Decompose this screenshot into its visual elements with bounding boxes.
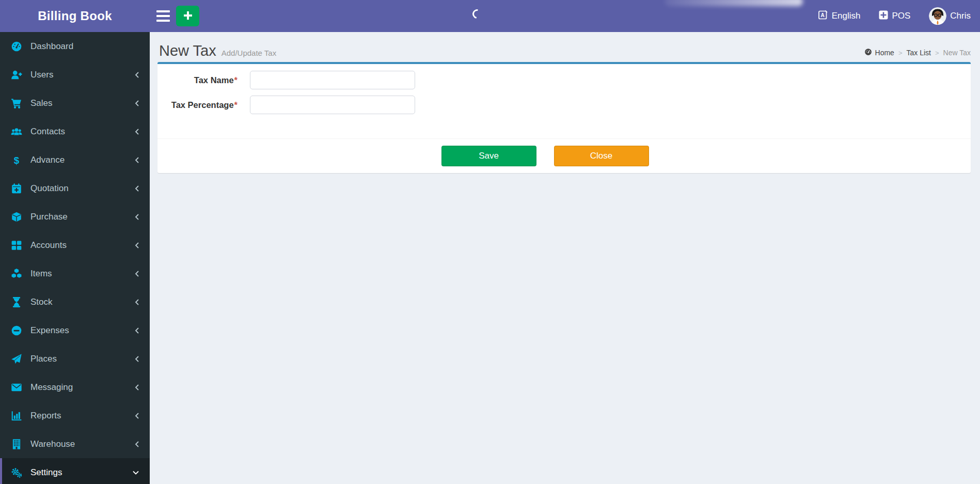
topbar-right: A English POS <box>818 0 971 32</box>
tax-percentage-row: Tax Percentage* <box>157 96 971 114</box>
chevron-left-icon <box>134 270 139 277</box>
sidebar-item-label: Expenses <box>30 325 69 336</box>
chevron-left-icon <box>134 384 139 391</box>
cube-icon <box>10 211 23 223</box>
chevron-left-icon <box>134 157 139 164</box>
chevron-left-icon <box>134 185 139 192</box>
cubes-icon <box>10 268 23 279</box>
chevron-left-icon <box>134 128 139 135</box>
app-logo[interactable]: Billing Book <box>0 0 150 32</box>
envelope-icon <box>10 382 23 393</box>
quick-add-button[interactable] <box>176 6 199 26</box>
tax-name-label-text: Tax Name <box>194 75 234 85</box>
sidebar-item-quotation[interactable]: Quotation <box>0 174 150 202</box>
chevron-left-icon <box>134 327 139 334</box>
page-header: New Tax Add/Update Tax <box>159 42 276 59</box>
tax-form: Tax Name* Tax Percentage* <box>157 64 971 114</box>
required-mark: * <box>234 75 238 85</box>
calendar-plus-icon <box>10 183 23 194</box>
required-mark: * <box>234 100 238 110</box>
plus-square-icon <box>879 10 888 22</box>
sidebar-item-label: Stock <box>30 297 53 307</box>
sidebar-item-contacts[interactable]: Contacts <box>0 117 150 146</box>
pos-label: POS <box>892 11 910 21</box>
sidebar-item-dashboard[interactable]: Dashboard <box>0 32 150 60</box>
breadcrumb-home-link[interactable]: Home <box>864 48 894 57</box>
chevron-left-icon <box>134 213 139 221</box>
page-title: New Tax <box>159 42 216 59</box>
chevron-down-icon <box>132 470 139 475</box>
paper-plane-icon <box>10 353 23 365</box>
chevron-left-icon <box>134 299 139 306</box>
sidebar-item-users[interactable]: Users <box>0 60 150 89</box>
sidebar-item-label: Messaging <box>30 382 73 393</box>
sidebar-item-items[interactable]: Items <box>0 259 150 288</box>
building-icon <box>10 439 23 450</box>
language-menu[interactable]: A English <box>818 10 861 23</box>
sidebar-item-label: Purchase <box>30 212 68 222</box>
breadcrumb-taxlist-link[interactable]: Tax List <box>907 49 931 57</box>
sidebar-item-label: Accounts <box>30 240 67 251</box>
sidebar-item-label: Advance <box>30 155 65 165</box>
tax-form-panel: Tax Name* Tax Percentage* Save Close <box>157 62 971 173</box>
sidebar-nav: Dashboard Users Sales <box>0 32 150 484</box>
sidebar-item-settings[interactable]: Settings <box>0 458 150 484</box>
sidebar-item-expenses[interactable]: Expenses <box>0 316 150 345</box>
user-menu[interactable]: Chris <box>929 7 971 25</box>
language-label: English <box>832 11 861 21</box>
cart-icon <box>10 98 23 109</box>
page-subtitle: Add/Update Tax <box>222 49 276 57</box>
sidebar-toggle-button[interactable] <box>156 10 170 22</box>
bar-chart-icon <box>10 410 23 421</box>
dashboard-icon <box>10 41 23 52</box>
breadcrumb-taxlist-label: Tax List <box>907 49 931 57</box>
chevron-left-icon <box>134 441 139 448</box>
sidebar-item-warehouse[interactable]: Warehouse <box>0 430 150 458</box>
chevron-left-icon <box>134 412 139 419</box>
sidebar-item-label: Contacts <box>30 127 65 137</box>
tax-name-label: Tax Name* <box>157 75 238 85</box>
save-button[interactable]: Save <box>441 146 536 166</box>
sidebar-item-label: Warehouse <box>30 439 75 449</box>
sidebar-item-purchase[interactable]: Purchase <box>0 202 150 231</box>
breadcrumb: Home > Tax List > New Tax <box>864 48 971 57</box>
users-icon <box>10 126 23 137</box>
tax-name-row: Tax Name* <box>157 71 971 89</box>
sidebar-item-label: Sales <box>30 98 53 108</box>
home-dashboard-icon <box>864 48 872 57</box>
sidebar-item-sales[interactable]: Sales <box>0 89 150 117</box>
main-content: New Tax Add/Update Tax Home > Tax List >… <box>150 32 980 484</box>
sidebar-item-messaging[interactable]: Messaging <box>0 373 150 401</box>
chevron-left-icon <box>134 71 139 79</box>
app-title: Billing Book <box>38 9 112 23</box>
sidebar-item-accounts[interactable]: Accounts <box>0 231 150 259</box>
sidebar-item-places[interactable]: Places <box>0 345 150 373</box>
tax-percentage-input[interactable] <box>250 96 415 114</box>
sidebar-item-label: Settings <box>30 467 62 478</box>
sidebar-item-reports[interactable]: Reports <box>0 401 150 430</box>
close-button[interactable]: Close <box>554 146 649 166</box>
sidebar-item-stock[interactable]: Stock <box>0 288 150 316</box>
tax-percentage-label-text: Tax Percentage <box>171 100 234 110</box>
grid-icon <box>10 240 23 251</box>
tax-name-input[interactable] <box>250 71 415 89</box>
language-icon: A <box>818 10 828 23</box>
breadcrumb-home-label: Home <box>875 49 894 57</box>
dollar-icon: $ <box>10 154 23 166</box>
sidebar-item-advance[interactable]: $ Advance <box>0 146 150 174</box>
sidebar-item-label: Items <box>30 269 52 279</box>
sidebar-item-label: Dashboard <box>30 41 73 52</box>
blur-artifact <box>665 0 803 6</box>
sidebar-item-label: Users <box>30 70 53 80</box>
pos-button[interactable]: POS <box>879 10 910 22</box>
loading-spinner-icon <box>470 7 483 20</box>
breadcrumb-separator: > <box>898 49 903 57</box>
chevron-left-icon <box>134 100 139 107</box>
gears-icon <box>10 467 23 478</box>
svg-text:A: A <box>820 12 824 18</box>
breadcrumb-current: New Tax <box>943 49 971 57</box>
tax-percentage-label: Tax Percentage* <box>157 100 238 110</box>
minus-circle-icon <box>10 325 23 336</box>
breadcrumb-separator: > <box>935 49 939 57</box>
avatar <box>929 7 946 25</box>
